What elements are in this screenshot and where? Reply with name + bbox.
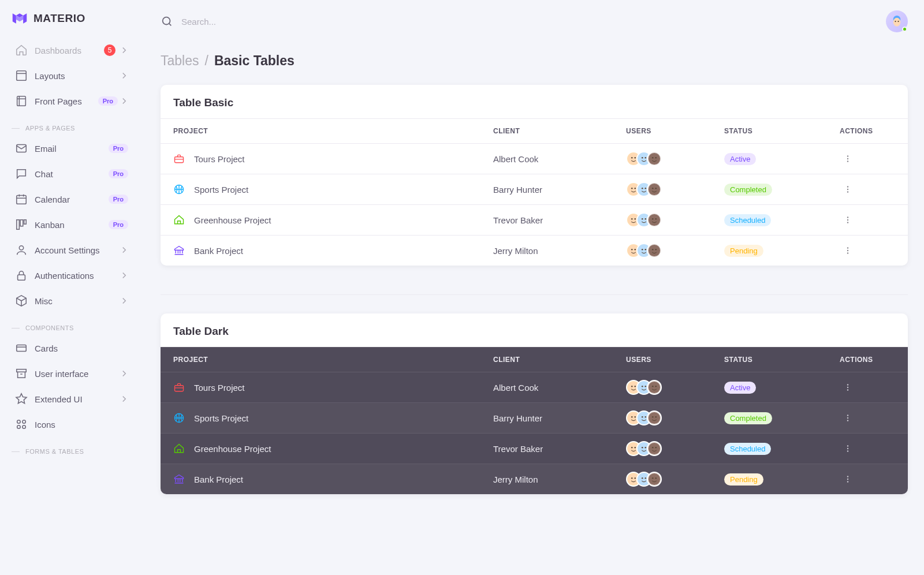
sidebar-item-user-interface[interactable]: User interface [5, 361, 140, 386]
sidebar-item-extended-ui[interactable]: Extended UI [5, 387, 140, 411]
nav-label: Account Settings [35, 245, 119, 255]
user-avatars[interactable] [626, 410, 699, 425]
project-name: Bank Project [194, 246, 243, 256]
project-name: Sports Project [194, 413, 248, 423]
sidebar-item-layouts[interactable]: Layouts [5, 64, 140, 88]
breadcrumb-parent[interactable]: Tables [161, 53, 199, 69]
sidebar-item-kanban[interactable]: KanbanPro [5, 212, 140, 237]
brand-logo-icon [12, 10, 28, 27]
user-avatar-button[interactable] [886, 10, 908, 32]
svg-point-25 [893, 18, 901, 27]
nav-label: Misc [35, 296, 119, 306]
table-row: Greenhouse ProjectTrevor BakerScheduled [161, 434, 908, 464]
basketball-icon [173, 184, 185, 195]
nav-label: Authentications [35, 271, 119, 281]
nav-label: Cards [35, 343, 129, 353]
sidebar-item-account-settings[interactable]: Account Settings [5, 238, 140, 262]
sidebar-item-misc[interactable]: Misc [5, 289, 140, 313]
bank-icon [173, 473, 185, 485]
dots-vertical-icon [843, 184, 853, 195]
sidebar-item-authentications[interactable]: Authentications [5, 263, 140, 288]
dots-vertical-icon [843, 474, 853, 484]
th-actions: ACTIONS [827, 348, 908, 372]
sidebar-item-email[interactable]: EmailPro [5, 136, 140, 160]
row-actions-button[interactable] [840, 151, 856, 167]
row-actions-button[interactable] [840, 471, 856, 487]
sidebar: MATERIO Dashboards5LayoutsFront PagesPro… [0, 0, 144, 575]
dots-vertical-icon [843, 215, 853, 225]
dots-vertical-icon [843, 413, 853, 423]
table-dark: PROJECT CLIENT USERS STATUS ACTIONS Tour… [161, 347, 908, 494]
sidebar-item-front-pages[interactable]: Front PagesPro [5, 89, 140, 113]
archive-icon [15, 367, 28, 380]
brand[interactable]: MATERIO [0, 6, 144, 37]
th-status: STATUS [711, 348, 827, 372]
dots-vertical-icon [843, 443, 853, 454]
th-project: PROJECT [161, 348, 480, 372]
nav-label: Kanban [35, 220, 109, 230]
sidebar-item-icons[interactable]: Icons [5, 412, 140, 436]
user-avatars[interactable] [626, 243, 699, 258]
table-basic: PROJECT CLIENT USERS STATUS ACTIONS Tour… [161, 118, 908, 266]
user-avatars[interactable] [626, 380, 699, 395]
avatar-icon [647, 472, 662, 487]
user-avatars[interactable] [626, 472, 699, 487]
avatar-icon [647, 441, 662, 456]
user-avatars[interactable] [626, 212, 699, 227]
card-title: Table Basic [161, 85, 908, 118]
row-actions-button[interactable] [840, 212, 856, 228]
main-content: Tables / Basic Tables Table Basic PROJEC… [144, 0, 924, 575]
client-name: Jerry Milton [480, 236, 613, 266]
status-online-icon [902, 27, 907, 32]
search-input[interactable] [181, 17, 878, 27]
table-row: Sports ProjectBarry HunterCompleted [161, 174, 908, 205]
nav-label: Dashboards [35, 46, 104, 55]
nav-label: Layouts [35, 71, 119, 81]
th-actions: ACTIONS [827, 119, 908, 144]
row-actions-button[interactable] [840, 181, 856, 197]
dots-vertical-icon [843, 245, 853, 256]
status-badge: Completed [724, 412, 772, 424]
briefcase-icon [173, 153, 185, 165]
user-avatars[interactable] [626, 441, 699, 456]
chevron-right-icon [119, 45, 129, 55]
brand-name: MATERIO [33, 12, 85, 25]
sidebar-item-chat[interactable]: ChatPro [5, 162, 140, 186]
pro-badge: Pro [98, 96, 118, 106]
avatar-icon [647, 380, 662, 395]
status-badge: Scheduled [724, 443, 771, 455]
basketball-icon [173, 412, 185, 424]
avatar-icon [647, 243, 662, 258]
row-actions-button[interactable] [840, 242, 856, 259]
mail-icon [15, 142, 28, 155]
table-row: Tours ProjectAlbert CookActive [161, 372, 908, 403]
row-actions-button[interactable] [840, 440, 856, 457]
user-avatars[interactable] [626, 182, 699, 197]
chevron-right-icon [119, 368, 129, 379]
sidebar-item-cards[interactable]: Cards [5, 336, 140, 360]
home-icon [15, 44, 28, 57]
user-icon [15, 244, 28, 256]
project-name: Greenhouse Project [194, 444, 271, 454]
pages-icon [15, 95, 28, 107]
user-avatars[interactable] [626, 151, 699, 166]
house-icon [173, 443, 185, 454]
row-actions-button[interactable] [840, 379, 856, 395]
cube-icon [15, 294, 28, 307]
sidebar-item-calendar[interactable]: CalendarPro [5, 187, 140, 211]
row-actions-button[interactable] [840, 410, 856, 426]
client-name: Albert Cook [480, 372, 613, 403]
status-badge: Completed [724, 184, 772, 196]
client-name: Barry Hunter [480, 403, 613, 434]
search-icon[interactable] [161, 15, 173, 28]
status-badge: Active [724, 153, 756, 165]
nav-section-apps: APPS & PAGES [0, 114, 144, 135]
icons-icon [15, 418, 28, 431]
project-name: Sports Project [194, 185, 248, 195]
breadcrumb-separator: / [204, 53, 208, 69]
chevron-right-icon [119, 394, 129, 404]
kanban-icon [15, 218, 28, 231]
sidebar-item-dashboards[interactable]: Dashboards5 [5, 38, 140, 62]
avatar-icon [647, 151, 662, 166]
th-project: PROJECT [161, 119, 480, 144]
